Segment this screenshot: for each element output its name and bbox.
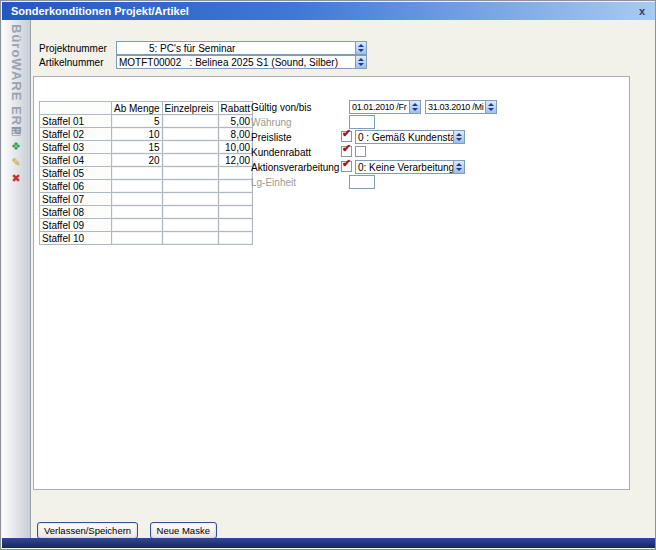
- table-row: Staffel 05: [40, 167, 253, 180]
- header-empty: [40, 102, 112, 115]
- kundenrabatt-label: Kundenrabatt: [251, 147, 311, 159]
- sidebar-toolbar: ▤ ❖ ✎ ✖: [2, 123, 30, 185]
- kundenrabatt-flag-checkbox[interactable]: [355, 146, 366, 157]
- check-icon: ✔: [342, 142, 351, 155]
- einzelpreis-cell[interactable]: [162, 167, 218, 180]
- printer-icon[interactable]: ▤: [8, 123, 24, 137]
- spinner-icon[interactable]: [409, 101, 420, 113]
- rabatt-cell[interactable]: [218, 167, 252, 180]
- artikelnummer-combo[interactable]: MOTFT00002 : Belinea 2025 S1 (Sound, Sil…: [116, 55, 367, 69]
- rabatt-cell[interactable]: [218, 193, 252, 206]
- einzelpreis-cell[interactable]: [162, 115, 218, 128]
- header-rabatt: Rabatt: [218, 102, 252, 115]
- einzelpreis-cell[interactable]: [162, 128, 218, 141]
- projektnummer-label: Projektnummer: [39, 43, 107, 55]
- app-window: Sonderkonditionen Projekt/Artikel x Büro…: [0, 0, 656, 550]
- spinner-icon[interactable]: [453, 131, 464, 143]
- rabatt-cell[interactable]: 10,00: [218, 141, 252, 154]
- window-bottom-frame: [2, 538, 656, 548]
- rabatt-cell[interactable]: [218, 180, 252, 193]
- gueltig-von-value: 01.01.2010 /Fr: [352, 102, 406, 112]
- header-einzelpreis: Einzelpreis: [162, 102, 218, 115]
- staffel-label: Staffel 04: [40, 154, 112, 167]
- table-header-row: Ab Menge Einzelpreis Rabatt: [40, 102, 253, 115]
- aktionsverarbeitung-value: 0: Keine Verarbeitung: [358, 162, 454, 173]
- table-row: Staffel 03 15 10,00: [40, 141, 253, 154]
- waehrung-field[interactable]: [349, 115, 375, 129]
- check-icon: ✔: [342, 127, 351, 140]
- einzelpreis-cell[interactable]: [162, 206, 218, 219]
- staffel-label: Staffel 10: [40, 232, 112, 245]
- sidebar: BüroWARE ERP ▤ ❖ ✎ ✖: [2, 20, 31, 540]
- staffel-label: Staffel 02: [40, 128, 112, 141]
- ab-menge-cell[interactable]: 5: [112, 115, 163, 128]
- artikelnummer-value: MOTFT00002 : Belinea 2025 S1 (Sound, Sil…: [119, 57, 338, 68]
- header-ab-menge: Ab Menge: [112, 102, 163, 115]
- einzelpreis-cell[interactable]: [162, 219, 218, 232]
- window-title: Sonderkonditionen Projekt/Artikel: [11, 5, 189, 17]
- aktionsverarbeitung-label: Aktionsverarbeitung: [251, 162, 339, 174]
- spinner-icon[interactable]: [485, 101, 496, 113]
- spinner-icon[interactable]: [355, 42, 366, 54]
- rabatt-cell[interactable]: 12,00: [218, 154, 252, 167]
- ab-menge-cell[interactable]: [112, 193, 163, 206]
- artikelnummer-label: Artikelnummer: [39, 57, 103, 69]
- projektnummer-combo[interactable]: 5: PC's für Seminar: [116, 41, 367, 55]
- kundenrabatt-checkbox[interactable]: ✔: [341, 146, 352, 157]
- rabatt-cell[interactable]: [218, 232, 252, 245]
- ab-menge-cell[interactable]: [112, 206, 163, 219]
- einzelpreis-cell[interactable]: [162, 141, 218, 154]
- preisliste-combo[interactable]: 0 : Gemäß Kundenstamm: [355, 130, 465, 144]
- projektnummer-value: 5: PC's für Seminar: [119, 43, 235, 54]
- waehrung-label: Währung: [251, 117, 292, 129]
- staffel-label: Staffel 05: [40, 167, 112, 180]
- lg-einheit-field[interactable]: [349, 175, 375, 189]
- gueltig-bis-field[interactable]: 31.03.2010 /Mi: [425, 100, 497, 114]
- rabatt-cell[interactable]: 5,00: [218, 115, 252, 128]
- aktionsverarbeitung-checkbox[interactable]: ✔: [341, 161, 352, 172]
- table-row: Staffel 07: [40, 193, 253, 206]
- table-row: Staffel 08: [40, 206, 253, 219]
- staffel-table: Ab Menge Einzelpreis Rabatt Staffel 01 5…: [39, 101, 253, 245]
- ab-menge-cell[interactable]: [112, 219, 163, 232]
- preisliste-value: 0 : Gemäß Kundenstamm: [358, 132, 465, 143]
- table-row: Staffel 02 10 8,00: [40, 128, 253, 141]
- gueltig-label: Gültig von/bis: [251, 102, 312, 114]
- new-mask-button[interactable]: Neue Maske: [150, 522, 217, 539]
- table-row: Staffel 06: [40, 180, 253, 193]
- close-icon[interactable]: x: [635, 5, 649, 19]
- rabatt-cell[interactable]: [218, 219, 252, 232]
- gueltig-bis-value: 31.03.2010 /Mi: [428, 102, 483, 112]
- ab-menge-cell[interactable]: 20: [112, 154, 163, 167]
- einzelpreis-cell[interactable]: [162, 180, 218, 193]
- lg-einheit-label: Lg-Einheit: [251, 177, 296, 189]
- einzelpreis-cell[interactable]: [162, 232, 218, 245]
- pencil-icon[interactable]: ✎: [8, 155, 24, 169]
- preisliste-checkbox[interactable]: ✔: [341, 131, 352, 142]
- delete-icon[interactable]: ✖: [8, 171, 24, 185]
- staffel-label: Staffel 01: [40, 115, 112, 128]
- ab-menge-cell[interactable]: [112, 180, 163, 193]
- einzelpreis-cell[interactable]: [162, 193, 218, 206]
- ab-menge-cell[interactable]: 10: [112, 128, 163, 141]
- table-row: Staffel 04 20 12,00: [40, 154, 253, 167]
- spinner-icon[interactable]: [355, 56, 366, 68]
- brand-logo: BüroWARE ERP: [9, 24, 24, 136]
- staffel-label: Staffel 08: [40, 206, 112, 219]
- save-exit-button[interactable]: Verlassen/Speichern: [37, 522, 138, 539]
- titlebar: Sonderkonditionen Projekt/Artikel x: [2, 2, 656, 20]
- rabatt-cell[interactable]: [218, 206, 252, 219]
- ab-menge-cell[interactable]: [112, 167, 163, 180]
- rabatt-cell[interactable]: 8,00: [218, 128, 252, 141]
- check-icon: ✔: [342, 157, 351, 170]
- gueltig-von-field[interactable]: 01.01.2010 /Fr: [349, 100, 421, 114]
- table-row: Staffel 09: [40, 219, 253, 232]
- footer-toolbar: Verlassen/Speichern Neue Maske: [37, 520, 224, 539]
- spinner-icon[interactable]: [453, 161, 464, 173]
- einzelpreis-cell[interactable]: [162, 154, 218, 167]
- ab-menge-cell[interactable]: [112, 232, 163, 245]
- staffel-label: Staffel 09: [40, 219, 112, 232]
- aktionsverarbeitung-combo[interactable]: 0: Keine Verarbeitung: [355, 160, 465, 174]
- ab-menge-cell[interactable]: 15: [112, 141, 163, 154]
- palette-icon[interactable]: ❖: [8, 139, 24, 153]
